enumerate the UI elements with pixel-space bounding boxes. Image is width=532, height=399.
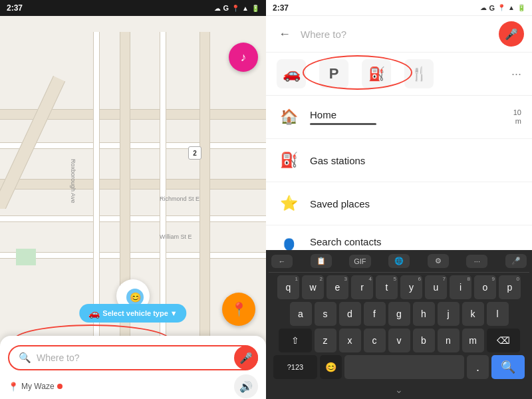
music-button[interactable]: ♪ [229,43,258,72]
kb-a[interactable]: a [290,302,312,326]
waze-dot [57,384,63,389]
quick-parking-button[interactable]: P [319,59,348,88]
road [0,252,266,259]
quick-icons-row: 🚗 P ⛽ 🍴 ··· [266,53,532,96]
kb-mic-btn[interactable]: 🎤 [505,254,527,268]
keyboard-row-2: a s d f g h j k l [269,302,529,326]
home-distance: 10 m [513,108,521,126]
list-items: 🏠 Home 10 m ⛽ Gas stations ⭐ Saved place… [266,96,532,250]
my-waze[interactable]: 📍 My Waze [8,382,63,392]
kb-p[interactable]: 0p [499,275,521,299]
kb-y[interactable]: 6y [400,275,422,299]
location-button[interactable]: 📍 [222,293,255,326]
kb-f[interactable]: f [364,302,386,326]
kb-h[interactable]: h [413,302,435,326]
kb-b[interactable]: b [413,329,435,352]
kb-m[interactable]: m [462,329,484,352]
item-content-saved: Saved places [310,198,521,209]
kb-o[interactable]: 9o [474,275,496,299]
map-panel: 2:37 ☁ G 📍 ▲ 🔋 2 Richmond St E Wi [0,0,266,399]
back-button[interactable]: ← [274,23,295,45]
road [0,215,266,222]
kb-settings-btn[interactable]: ⚙ [428,254,449,268]
item-title-gas: Gas stations [310,155,521,166]
more-button[interactable]: ··· [511,67,521,81]
bottom-row: 📍 My Waze 🔊 [8,374,258,398]
bottom-actions: 🔊 [234,374,258,398]
item-title-contacts: Search contacts [310,236,521,247]
kb-s[interactable]: s [315,302,336,326]
kb-search[interactable]: 🔍 [491,355,525,379]
keyboard-row-bottom: ?123 😊 . 🔍 [269,355,529,379]
search-header: ← Where to? 🎤 [266,16,532,53]
kb-period[interactable]: . [467,355,489,379]
kb-k[interactable]: k [462,302,484,326]
list-item[interactable]: ⭐ Saved places [266,182,532,225]
kb-x[interactable]: x [339,329,361,352]
kb-v[interactable]: v [388,329,410,352]
mic-button-right[interactable]: 🎤 [499,21,524,47]
item-content-home: Home [310,109,504,125]
road-label: William St E [160,233,192,240]
kb-e[interactable]: 3e [327,275,348,299]
kb-q[interactable]: 1q [277,275,299,299]
list-item[interactable]: 👤 Search contacts Drive to friends & fam… [266,225,532,250]
status-bar-right: 2:37 ☁ G 📍 ▲ 🔋 [266,0,532,16]
kb-l[interactable]: l [487,302,509,326]
kb-clipboard-btn[interactable]: 📋 [311,254,332,268]
keyboard-row-3: ⇧ z x c v b n m ⌫ [269,329,529,352]
map-bottom-bar: 🔍 Where to? 🎤 📍 My Waze 🔊 [0,336,266,399]
kb-more-btn[interactable]: ··· [466,255,487,268]
vehicle-select[interactable]: 🚗 Select vehicle type ▼ [79,304,186,323]
kb-globe-btn[interactable]: 🌐 [388,254,410,268]
kb-g[interactable]: g [388,302,410,326]
search-placeholder: Where to? [37,352,247,363]
quick-gas-button[interactable]: ⛽ [362,59,391,88]
kb-n[interactable]: n [438,329,460,352]
road-label: Roxborough Ave [70,159,76,203]
gas-icon: ⛽ [277,148,301,172]
home-icon: 🏠 [277,105,301,129]
saved-icon: ⭐ [277,192,301,215]
kb-emoji[interactable]: 😊 [320,355,342,379]
time-right: 2:37 [273,3,289,13]
address-line [310,123,376,125]
kb-shift[interactable]: ⇧ [279,329,312,352]
kb-d[interactable]: d [339,302,361,326]
mic-button[interactable]: 🎤 [234,346,258,370]
keyboard[interactable]: ← 📋 GIF 🌐 ⚙ ··· 🎤 1q 2w 3e 4r 5t 6y 7u 8… [266,250,532,399]
kb-space[interactable] [344,355,464,379]
item-title-home: Home [310,109,504,120]
search-bar[interactable]: 🔍 Where to? 🎤 [8,345,258,370]
kb-c[interactable]: c [364,329,386,352]
keyboard-row-1: 1q 2w 3e 4r 5t 6y 7u 8i 9o 0p [269,275,529,299]
item-title-saved: Saved places [310,198,521,209]
search-input[interactable]: Where to? [301,29,493,40]
kb-gif-btn[interactable]: GIF [349,255,370,268]
keyboard-chevron[interactable]: ⌄ [269,382,529,396]
audio-button[interactable]: 🔊 [234,374,258,398]
kb-backspace[interactable]: ⌫ [487,329,520,352]
keyboard-toolbar: ← 📋 GIF 🌐 ⚙ ··· 🎤 [269,254,529,273]
road-label: Richmond St E [160,196,200,202]
kb-numbers[interactable]: ?123 [273,355,317,379]
kb-back-btn[interactable]: ← [271,255,293,268]
status-bar-left: 2:37 ☁ G 📍 ▲ 🔋 [0,0,266,16]
kb-j[interactable]: j [438,302,460,326]
kb-r[interactable]: 4r [351,275,373,299]
kb-z[interactable]: z [315,329,336,352]
contacts-icon: 👤 [277,235,301,250]
route-marker: 2 [188,146,201,160]
item-content-gas: Gas stations [310,155,521,166]
kb-i[interactable]: 8i [450,275,471,299]
quick-car-button[interactable]: 🚗 [277,59,306,88]
kb-u[interactable]: 7u [425,275,447,299]
item-content-contacts: Search contacts Drive to friends & famil… [310,236,521,251]
list-item[interactable]: ⛽ Gas stations [266,139,532,182]
my-waze-label: My Waze [21,382,55,391]
road-diagonal [0,76,120,209]
quick-food-button[interactable]: 🍴 [404,59,434,88]
list-item[interactable]: 🏠 Home 10 m [266,96,532,139]
kb-t[interactable]: 5t [376,275,398,299]
kb-w[interactable]: 2w [302,275,324,299]
